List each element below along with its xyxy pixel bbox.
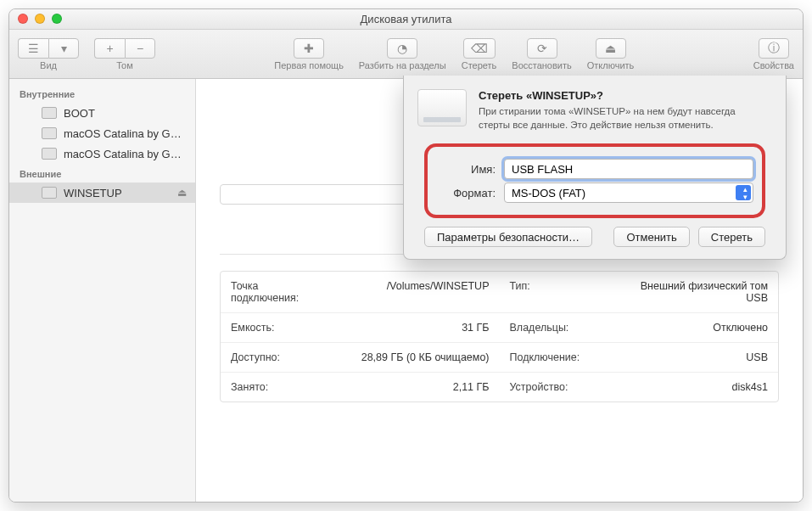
info-cap-value: 31 ГБ	[331, 313, 500, 342]
view-menu-button[interactable]: ▾	[48, 38, 79, 59]
name-label: Имя:	[436, 163, 496, 176]
info-type-label: Тип:	[500, 272, 610, 312]
eject-icon[interactable]: ⏏	[177, 187, 187, 199]
sidebar-item-catalina-2[interactable]: macOS Catalina by Ge…	[9, 143, 195, 164]
toolbar-label-partition: Разбить на разделы	[359, 60, 446, 70]
sidebar-item-boot[interactable]: BOOT	[9, 103, 195, 123]
toolbar-label-unmount: Отключить	[587, 60, 635, 70]
info-used-value: 2,11 ГБ	[331, 373, 500, 402]
format-select[interactable]: MS-DOS (FAT) ▴▾	[504, 182, 753, 203]
info-table: Точка подключения: /Volumes/WINSETUP Тип…	[220, 271, 779, 402]
info-avail-label: Доступно:	[221, 343, 331, 372]
toolbar-label-erase: Стереть	[462, 60, 497, 70]
sidebar-toggle-button[interactable]: ☰	[18, 38, 48, 59]
disk-utility-window: Дисковая утилита ☰ ▾ Вид + − Том ✚ Перва…	[8, 8, 804, 503]
sidebar: Внутренние BOOT macOS Catalina by Ge… ma…	[9, 79, 196, 502]
sidebar-heading-internal: Внутренние	[9, 84, 195, 103]
disk-icon	[417, 89, 467, 126]
toolbar-label-volume: Том	[116, 60, 133, 70]
info-cap-label: Емкость:	[221, 313, 331, 342]
toolbar-label-info: Свойства	[753, 60, 794, 70]
restore-button[interactable]: ⟳	[527, 38, 557, 59]
titlebar: Дисковая утилита	[9, 9, 803, 30]
partition-button[interactable]: ◔	[387, 38, 417, 59]
volume-icon	[42, 148, 57, 160]
window-title: Дисковая утилита	[361, 13, 452, 25]
volume-icon	[42, 127, 57, 139]
toolbar-label-restore: Восстановить	[512, 60, 571, 70]
info-dev-value: disk4s1	[610, 373, 779, 402]
sidebar-heading-external: Внешние	[9, 164, 195, 182]
window-controls	[18, 14, 62, 24]
highlighted-form: Имя: Формат: MS-DOS (FAT) ▴▾	[424, 143, 765, 218]
sheet-title: Стереть «WINSETUP»?	[479, 89, 759, 102]
info-own-label: Владельцы:	[500, 313, 610, 342]
volume-icon	[42, 107, 57, 119]
sidebar-item-winsetup[interactable]: WINSETUP ⏏	[9, 182, 195, 203]
toolbar-label-firstaid: Первая помощь	[274, 60, 344, 70]
volume-icon	[42, 187, 57, 199]
info-mount-value: /Volumes/WINSETUP	[331, 272, 500, 312]
zoom-icon[interactable]	[52, 14, 62, 24]
minimize-icon[interactable]	[35, 14, 45, 24]
info-type-value: Внешний физический том USB	[610, 272, 779, 312]
info-used-label: Занято:	[221, 373, 331, 402]
security-options-button[interactable]: Параметры безопасности…	[424, 227, 592, 247]
sidebar-item-catalina-1[interactable]: macOS Catalina by Ge…	[9, 123, 195, 143]
info-dev-label: Устройство:	[500, 373, 610, 402]
unmount-button[interactable]: ⏏	[596, 38, 626, 59]
info-conn-label: Подключение:	[500, 343, 610, 372]
close-icon[interactable]	[18, 14, 28, 24]
chevron-updown-icon: ▴▾	[743, 186, 748, 201]
format-select-value: MS-DOS (FAT)	[512, 187, 585, 199]
info-mount-label: Точка подключения:	[221, 272, 331, 312]
first-aid-button[interactable]: ✚	[294, 38, 324, 59]
name-input[interactable]	[504, 159, 753, 179]
format-label: Формат:	[436, 187, 496, 199]
info-button[interactable]: ⓘ	[759, 38, 789, 59]
toolbar: ☰ ▾ Вид + − Том ✚ Первая помощь ◔ Разбит…	[9, 30, 803, 79]
info-conn-value: USB	[610, 343, 779, 372]
content-pane: 31 ГБ Точка подключения: /Volumes/WINSET…	[196, 79, 803, 502]
sheet-description: При стирании тома «WINSETUP» на нем буду…	[479, 105, 759, 132]
cancel-button[interactable]: Отменить	[613, 227, 689, 247]
info-avail-value: 28,89 ГБ (0 КБ очищаемо)	[331, 343, 500, 372]
erase-confirm-button[interactable]: Стереть	[698, 227, 765, 247]
erase-button[interactable]: ⌫	[463, 38, 496, 59]
erase-sheet: Стереть «WINSETUP»? При стирании тома «W…	[403, 76, 787, 260]
volume-remove-button[interactable]: −	[125, 38, 155, 59]
volume-add-button[interactable]: +	[94, 38, 125, 59]
toolbar-label-view: Вид	[40, 60, 57, 70]
info-own-value: Отключено	[610, 313, 779, 342]
